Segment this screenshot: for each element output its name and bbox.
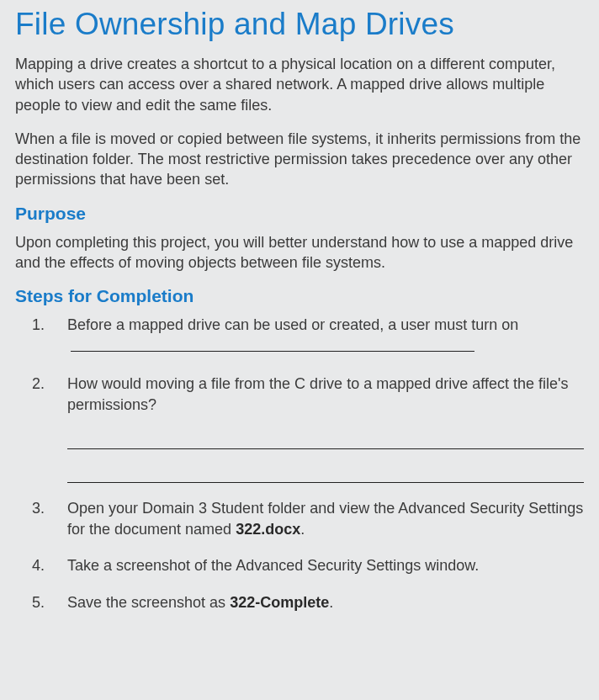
step-5-text-a: Save the screenshot as <box>67 594 230 611</box>
page-title: File Ownership and Map Drives <box>15 7 584 42</box>
answer-line-2 <box>67 464 584 483</box>
step-2: How would moving a file from the C drive… <box>52 374 584 483</box>
intro-paragraph-1: Mapping a drive creates a shortcut to a … <box>15 54 584 115</box>
purpose-text: Upon completing this project, you will b… <box>15 232 584 273</box>
step-3-text-c: . <box>300 521 305 538</box>
step-1-text: Before a mapped drive can be used or cre… <box>67 316 518 333</box>
step-3: Open your Domain 3 Student folder and vi… <box>52 498 584 540</box>
step-4: Take a screenshot of the Advanced Securi… <box>52 555 584 576</box>
step-3-text-a: Open your Domain 3 Student folder and vi… <box>67 500 583 538</box>
step-5-filename: 322-Complete <box>230 594 329 611</box>
steps-list: Before a mapped drive can be used or cre… <box>15 315 584 612</box>
step-5: Save the screenshot as 322-Complete. <box>52 592 584 613</box>
step-1: Before a mapped drive can be used or cre… <box>52 315 584 358</box>
purpose-heading: Purpose <box>15 204 584 224</box>
intro-paragraph-2: When a file is moved or copied between f… <box>15 129 584 190</box>
step-3-filename: 322.docx <box>236 521 300 538</box>
fill-blank-line <box>71 337 474 353</box>
steps-heading: Steps for Completion <box>15 286 584 306</box>
answer-line-1 <box>67 431 584 449</box>
step-5-text-c: . <box>329 594 333 611</box>
step-2-text: How would moving a file from the C drive… <box>67 375 568 413</box>
step-4-text: Take a screenshot of the Advanced Securi… <box>67 557 479 574</box>
